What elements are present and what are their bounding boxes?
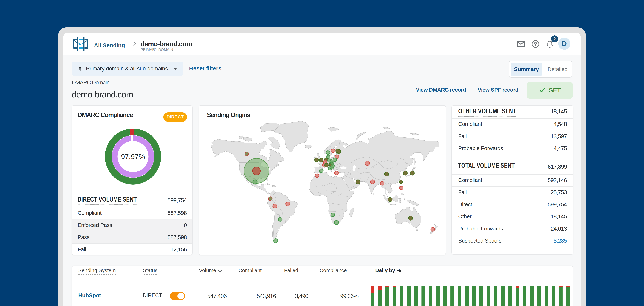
svg-text:97.97%: 97.97%	[121, 153, 145, 160]
